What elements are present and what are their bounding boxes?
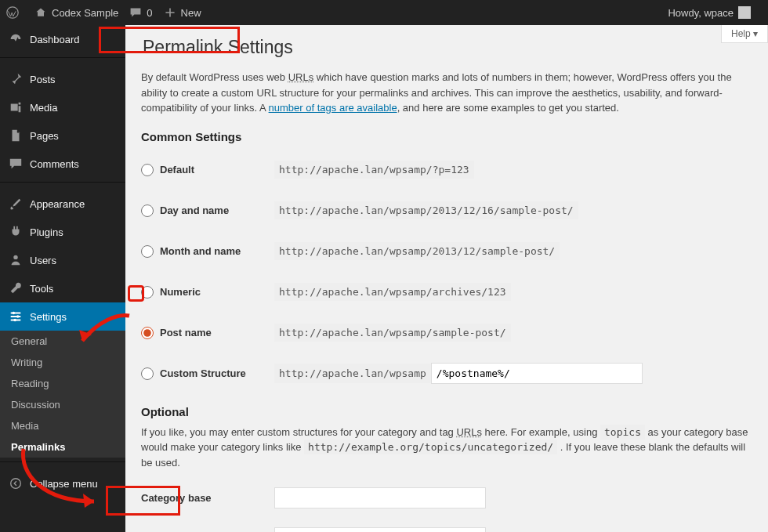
- optional-desc: If you like, you may enter custom struct…: [141, 425, 752, 471]
- svg-point-3: [16, 315, 20, 318]
- sidebar-item-label: Tools: [30, 283, 53, 295]
- submenu-discussion[interactable]: Discussion: [0, 394, 125, 415]
- option-numeric[interactable]: Numeric: [141, 286, 266, 299]
- category-base-label: Category base: [141, 478, 274, 518]
- admin-bar: Codex Sample 0 New Howdy, wpace: [0, 0, 768, 25]
- content-area: Help ▾ Permalink Settings By default Wor…: [125, 25, 768, 532]
- radio-month-name[interactable]: [141, 245, 154, 258]
- sidebar-item-label: Dashboard: [30, 34, 80, 45]
- common-settings-heading: Common Settings: [141, 130, 752, 143]
- submenu-general[interactable]: General: [0, 331, 125, 352]
- radio-custom[interactable]: [141, 367, 154, 380]
- sidebar-item-label: Appearance: [30, 198, 85, 210]
- sidebar-item-pages[interactable]: Pages: [0, 121, 125, 150]
- intro-desc: By default WordPress uses web URLs which…: [141, 70, 752, 116]
- collapse-menu[interactable]: Collapse menu: [0, 469, 125, 498]
- wp-logo[interactable]: [6, 6, 24, 19]
- collapse-label: Collapse menu: [30, 478, 98, 490]
- submenu-permalinks[interactable]: Permalinks: [0, 436, 125, 458]
- radio-label: Day and name: [160, 204, 229, 216]
- radio-numeric[interactable]: [141, 286, 154, 299]
- sidebar-item-media[interactable]: Media: [0, 93, 125, 121]
- help-tab[interactable]: Help ▾: [721, 25, 768, 43]
- user-icon: [8, 252, 24, 268]
- category-base-input[interactable]: [274, 487, 486, 508]
- custom-prefix: http://apache.lan/wpsamp: [274, 364, 431, 383]
- svg-point-4: [13, 319, 16, 322]
- radio-post-name[interactable]: [141, 327, 154, 339]
- optional-heading: Optional: [141, 405, 752, 418]
- sidebar-item-comments[interactable]: Comments: [0, 150, 125, 178]
- option-post-name[interactable]: Post name: [141, 327, 266, 339]
- sidebar-item-label: Posts: [30, 74, 56, 85]
- help-label: Help: [731, 28, 751, 39]
- example-url-numeric: http://apache.lan/wpsamp/archives/123: [274, 283, 511, 301]
- example-url-month: http://apache.lan/wpsamp/2013/12/sample-…: [274, 242, 560, 260]
- sidebar-item-posts[interactable]: Posts: [0, 65, 125, 93]
- sidebar-item-label: Comments: [30, 158, 79, 170]
- custom-structure-input[interactable]: [431, 363, 643, 384]
- svg-point-5: [11, 479, 21, 489]
- svg-point-2: [13, 312, 16, 315]
- radio-label: Custom Structure: [160, 367, 246, 379]
- comments-icon: [8, 156, 24, 172]
- settings-submenu: General Writing Reading Discussion Media…: [0, 331, 125, 458]
- plus-icon: [164, 6, 176, 19]
- example-url-postname: http://apache.lan/wpsamp/sample-post/: [274, 324, 511, 342]
- sidebar-item-label: Users: [30, 255, 56, 266]
- sidebar-item-label: Pages: [30, 130, 59, 142]
- plugin-icon: [8, 224, 24, 240]
- option-custom[interactable]: Custom Structure: [141, 367, 266, 380]
- dashboard-icon: [8, 31, 24, 47]
- comment-count: 0: [147, 7, 152, 19]
- comments-link[interactable]: 0: [129, 6, 152, 19]
- submenu-writing[interactable]: Writing: [0, 352, 125, 373]
- radio-label: Month and name: [160, 245, 241, 257]
- tag-base-label: Tag base: [141, 518, 274, 532]
- sidebar-item-tools[interactable]: Tools: [0, 274, 125, 302]
- home-icon: [34, 6, 47, 19]
- avatar: [738, 6, 751, 19]
- admin-sidebar: Dashboard Posts Media Pages Comments App…: [0, 25, 125, 532]
- new-content[interactable]: New: [164, 6, 201, 19]
- radio-label: Default: [160, 164, 194, 176]
- radio-default[interactable]: [141, 164, 154, 176]
- site-name[interactable]: Codex Sample: [34, 6, 118, 19]
- tag-base-input[interactable]: [274, 527, 486, 532]
- sidebar-item-label: Settings: [30, 311, 67, 323]
- wordpress-icon: [6, 6, 19, 19]
- collapse-icon: [8, 476, 24, 491]
- radio-label: Numeric: [160, 286, 201, 298]
- sidebar-item-settings[interactable]: Settings: [0, 302, 125, 331]
- option-default[interactable]: Default: [141, 164, 266, 176]
- sidebar-item-users[interactable]: Users: [0, 246, 125, 274]
- brush-icon: [8, 196, 24, 212]
- comment-icon: [129, 6, 142, 19]
- example-url-day: http://apache.lan/wpsamp/2013/12/16/samp…: [274, 201, 578, 219]
- pin-icon: [8, 71, 24, 87]
- option-month-name[interactable]: Month and name: [141, 245, 266, 258]
- howdy-label: Howdy, wpace: [668, 7, 734, 19]
- sidebar-item-label: Media: [30, 102, 57, 114]
- radio-day-name[interactable]: [141, 204, 154, 217]
- sliders-icon: [8, 309, 24, 324]
- option-day-name[interactable]: Day and name: [141, 204, 266, 217]
- permalink-options-table: Default http://apache.lan/wpsamp/?p=123 …: [141, 150, 752, 394]
- sidebar-item-label: Plugins: [30, 226, 63, 238]
- svg-point-1: [13, 255, 17, 259]
- page-icon: [8, 128, 24, 143]
- submenu-reading[interactable]: Reading: [0, 373, 125, 394]
- submenu-media[interactable]: Media: [0, 415, 125, 436]
- media-icon: [8, 100, 24, 115]
- page-title: Permalink Settings: [141, 33, 301, 62]
- site-name-label: Codex Sample: [52, 7, 118, 19]
- sidebar-item-dashboard[interactable]: Dashboard: [0, 25, 125, 53]
- wrench-icon: [8, 280, 24, 296]
- sidebar-item-appearance[interactable]: Appearance: [0, 190, 125, 218]
- my-account[interactable]: Howdy, wpace: [668, 6, 751, 19]
- sidebar-item-plugins[interactable]: Plugins: [0, 218, 125, 246]
- new-label: New: [181, 7, 201, 19]
- tags-link[interactable]: number of tags are available: [269, 102, 397, 114]
- radio-label: Post name: [160, 327, 212, 338]
- example-url-default: http://apache.lan/wpsamp/?p=123: [274, 161, 474, 179]
